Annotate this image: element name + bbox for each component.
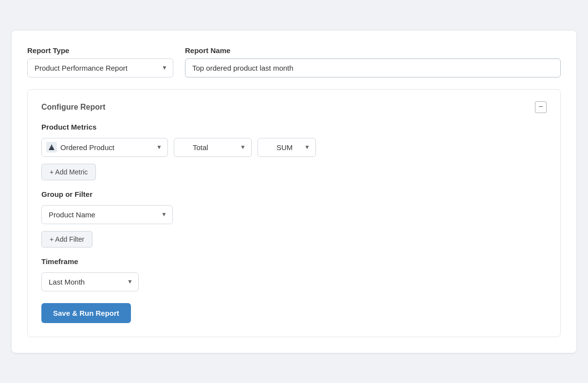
metric-3-select-wrapper: SUM AVG COUNT MAX MIN ▼	[257, 138, 316, 157]
timeframe-select-wrapper: Last Month Last Week Last Quarter Last Y…	[41, 272, 139, 291]
group-filter-select-wrapper: Product Name Category Brand SKU ▼	[41, 205, 173, 224]
report-name-label: Report Name	[185, 46, 561, 55]
report-name-field: Report Name	[185, 46, 561, 77]
metric-2-select-wrapper: Total Average Count ▼	[174, 138, 252, 157]
collapse-icon: −	[538, 103, 543, 111]
metric-3-select[interactable]: SUM AVG COUNT MAX MIN	[257, 138, 316, 157]
report-type-label: Report Type	[27, 46, 173, 55]
add-metric-button[interactable]: + Add Metric	[41, 164, 96, 180]
save-run-button[interactable]: Save & Run Report	[41, 303, 131, 323]
add-filter-button[interactable]: + Add Filter	[41, 231, 92, 248]
group-filter-select[interactable]: Product Name Category Brand SKU	[41, 205, 173, 224]
group-filter-label: Group or Filter	[41, 190, 547, 198]
product-metrics-label: Product Metrics	[41, 123, 547, 131]
timeframe-section: Timeframe Last Month Last Week Last Quar…	[41, 257, 547, 291]
metrics-row: Ordered Product Shipped Product Returned…	[41, 138, 547, 157]
timeframe-label: Timeframe	[41, 257, 547, 266]
timeframe-select[interactable]: Last Month Last Week Last Quarter Last Y…	[41, 272, 139, 291]
configure-header: Configure Report −	[41, 101, 547, 113]
metric-1-select[interactable]: Ordered Product Shipped Product Returned…	[41, 138, 168, 157]
collapse-button[interactable]: −	[535, 101, 547, 113]
configure-title: Configure Report	[41, 103, 106, 112]
top-section: Report Type Product Performance Report S…	[27, 46, 561, 77]
metric-1-select-wrapper: Ordered Product Shipped Product Returned…	[41, 138, 168, 157]
product-metrics-section: Product Metrics Ordered Product Shipped …	[41, 123, 547, 180]
configure-panel: Configure Report − Product Metrics	[27, 89, 561, 337]
metric-2-select[interactable]: Total Average Count	[174, 138, 252, 157]
report-type-select[interactable]: Product Performance Report Sales Summary…	[27, 58, 173, 77]
report-type-select-wrapper: Product Performance Report Sales Summary…	[27, 58, 173, 77]
report-type-field: Report Type Product Performance Report S…	[27, 46, 173, 77]
report-name-input[interactable]	[185, 58, 561, 77]
page-container: Report Type Product Performance Report S…	[12, 31, 576, 353]
group-filter-section: Group or Filter Product Name Category Br…	[41, 190, 547, 248]
